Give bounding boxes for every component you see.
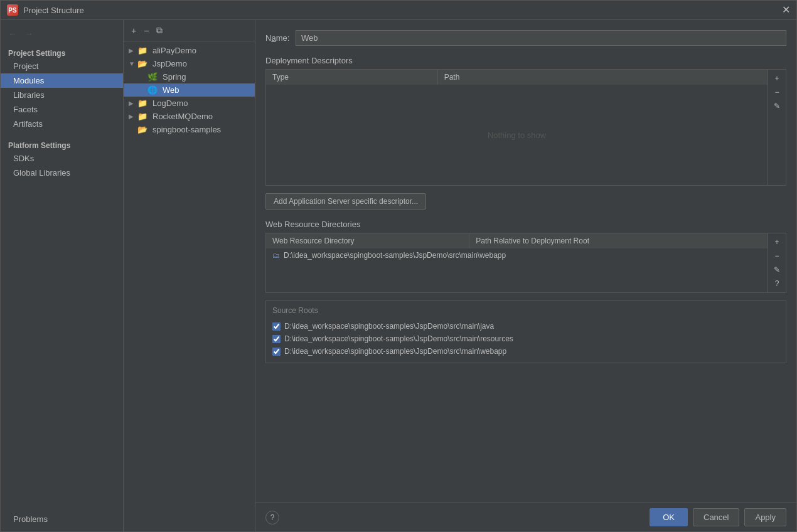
deployment-table: Type Path Nothing to show + − ✎ <box>265 69 786 186</box>
sidebar-item-libraries[interactable]: Libraries <box>1 88 123 102</box>
nothing-to-show: Nothing to show <box>488 130 546 140</box>
source-roots-section: Source Roots D:\idea_workspace\spingboot… <box>265 301 786 363</box>
sidebar-item-artifacts[interactable]: Artifacts <box>1 117 123 131</box>
bottom-right: OK Cancel Apply <box>650 508 786 526</box>
collapse-arrow: ▶ <box>129 47 135 54</box>
project-structure-dialog: PS Project Structure ✕ ← → Project Setti… <box>0 0 797 532</box>
sidebar: ← → Project Settings Project Modules Lib… <box>1 20 124 531</box>
collapse-arrow: ▶ <box>129 100 135 107</box>
tree-item-label: JspDemo <box>152 59 187 68</box>
folder-icon: 📂 <box>137 125 147 134</box>
col-path-header: Path <box>438 70 768 85</box>
sidebar-item-problems[interactable]: Problems <box>1 512 123 526</box>
tree-item-label: spingboot-samples <box>152 125 221 134</box>
collapse-arrow: ▶ <box>129 113 135 120</box>
sidebar-item-sdks[interactable]: SDKs <box>1 151 123 166</box>
source-path-1: D:\idea_workspace\spingboot-samples\JspD… <box>284 334 513 343</box>
source-checkbox-1[interactable] <box>272 335 281 343</box>
wr-row[interactable]: 🗂 D:\idea_workspace\spingboot-samples\Js… <box>266 248 768 262</box>
source-row-2: D:\idea_workspace\spingboot-samples\JspD… <box>272 345 779 358</box>
apply-button[interactable]: Apply <box>744 508 786 526</box>
app-icon: PS <box>7 4 18 16</box>
folder-icon: 📁 <box>137 46 147 55</box>
name-label: Name: <box>265 33 291 43</box>
no-arrow: ▶ <box>139 73 145 80</box>
tree-item-alipay[interactable]: ▶ 📁 aliPayDemo <box>124 44 255 57</box>
dialog-body: ← → Project Settings Project Modules Lib… <box>1 20 796 531</box>
add-descriptor-button[interactable]: Add Application Server specific descript… <box>265 193 426 210</box>
deployment-add-button[interactable]: + <box>771 72 782 85</box>
deployment-edit-button[interactable]: ✎ <box>771 100 783 112</box>
sidebar-item-facets[interactable]: Facets <box>1 102 123 117</box>
wr-row-path: D:\idea_workspace\spingboot-samples\JspD… <box>284 251 506 260</box>
deployment-cols: Type Path <box>266 70 768 85</box>
forward-button[interactable]: → <box>22 28 36 40</box>
wr-edit-button[interactable]: ✎ <box>771 263 783 276</box>
add-module-button[interactable]: + <box>129 24 139 37</box>
cancel-button[interactable]: Cancel <box>693 508 739 526</box>
sidebar-item-global-libraries[interactable]: Global Libraries <box>1 166 123 180</box>
name-input[interactable] <box>296 30 786 46</box>
title-bar: PS Project Structure ✕ <box>1 1 796 20</box>
deployment-table-inner: Type Path Nothing to show <box>266 70 768 185</box>
tree-item-label: RocketMQDemo <box>152 112 213 121</box>
source-checkbox-2[interactable] <box>272 348 281 356</box>
col-wr-path-header: Path Relative to Deployment Root <box>469 233 768 248</box>
wr-add-button[interactable]: + <box>771 236 782 248</box>
platform-settings-header: Platform Settings <box>1 137 123 151</box>
col-wr-dir-header: Web Resource Directory <box>266 233 469 248</box>
wr-table-inner: Web Resource Directory Path Relative to … <box>266 233 768 292</box>
deployment-descriptors-title: Deployment Descriptors <box>265 56 786 65</box>
web-resource-title: Web Resource Directories <box>265 220 786 229</box>
close-button[interactable]: ✕ <box>782 5 790 15</box>
deployment-header: Type Path <box>266 70 768 85</box>
wr-row-icon: 🗂 <box>272 251 280 260</box>
source-row-1: D:\idea_workspace\spingboot-samples\JspD… <box>272 332 779 345</box>
main-panel: Name: Deployment Descriptors Type Path <box>255 20 796 531</box>
source-roots-title: Source Roots <box>272 306 779 315</box>
tree-item-label: aliPayDemo <box>152 46 196 55</box>
back-button[interactable]: ← <box>6 28 19 40</box>
sidebar-item-project[interactable]: Project <box>1 59 123 73</box>
sidebar-nav: ← → <box>1 25 123 45</box>
tree-item-spring[interactable]: ▶ 🌿 Spring <box>124 70 255 83</box>
source-row-0: D:\idea_workspace\spingboot-samples\JspD… <box>272 320 779 332</box>
project-settings-header: Project Settings <box>1 45 123 59</box>
copy-module-button[interactable]: ⧉ <box>154 24 165 37</box>
tree-panel: + − ⧉ ▶ 📁 aliPayDemo ▼ 📂 JspDemo <box>124 20 255 531</box>
wr-remove-button[interactable]: − <box>771 250 782 262</box>
bottom-bar: ? OK Cancel Apply <box>255 503 796 531</box>
source-checkbox-0[interactable] <box>272 322 281 331</box>
tree-toolbar: + − ⧉ <box>124 20 255 41</box>
tree-item-label: Web <box>163 85 179 95</box>
tree-item-springboot[interactable]: ▶ 📂 spingboot-samples <box>124 123 255 136</box>
dialog-title: Project Structure <box>23 6 84 15</box>
title-bar-left: PS Project Structure <box>7 4 84 16</box>
no-arrow: ▶ <box>129 126 135 133</box>
name-row: Name: <box>265 30 786 46</box>
deployment-remove-button[interactable]: − <box>771 86 782 98</box>
bottom-left: ? <box>265 511 279 524</box>
source-path-2: D:\idea_workspace\spingboot-samples\JspD… <box>284 347 506 356</box>
deployment-actions: + − ✎ <box>768 70 786 185</box>
col-type-header: Type <box>266 70 438 85</box>
wr-actions: + − ✎ ? <box>768 233 786 292</box>
remove-module-button[interactable]: − <box>141 24 151 37</box>
ok-button[interactable]: OK <box>650 508 688 526</box>
tree-item-web[interactable]: ▶ 🌐 Web <box>124 83 255 97</box>
wr-header: Web Resource Directory Path Relative to … <box>266 233 768 248</box>
folder-icon: 📂 <box>137 59 147 68</box>
help-button[interactable]: ? <box>265 511 279 524</box>
web-resource-table: Web Resource Directory Path Relative to … <box>265 233 786 293</box>
web-icon: 🌐 <box>147 85 158 95</box>
tree-item-rocketmq[interactable]: ▶ 📁 RocketMQDemo <box>124 110 255 123</box>
folder-icon: 📁 <box>137 112 147 121</box>
tree-item-jspdemo[interactable]: ▼ 📂 JspDemo <box>124 57 255 70</box>
sidebar-item-modules[interactable]: Modules <box>1 73 123 88</box>
wr-cols: Web Resource Directory Path Relative to … <box>266 233 768 248</box>
tree-item-logdemo[interactable]: ▶ 📁 LogDemo <box>124 97 255 110</box>
source-path-0: D:\idea_workspace\spingboot-samples\JspD… <box>284 322 494 331</box>
spring-icon: 🌿 <box>147 72 158 82</box>
folder-icon: 📁 <box>137 98 147 108</box>
wr-help-button[interactable]: ? <box>772 277 783 290</box>
